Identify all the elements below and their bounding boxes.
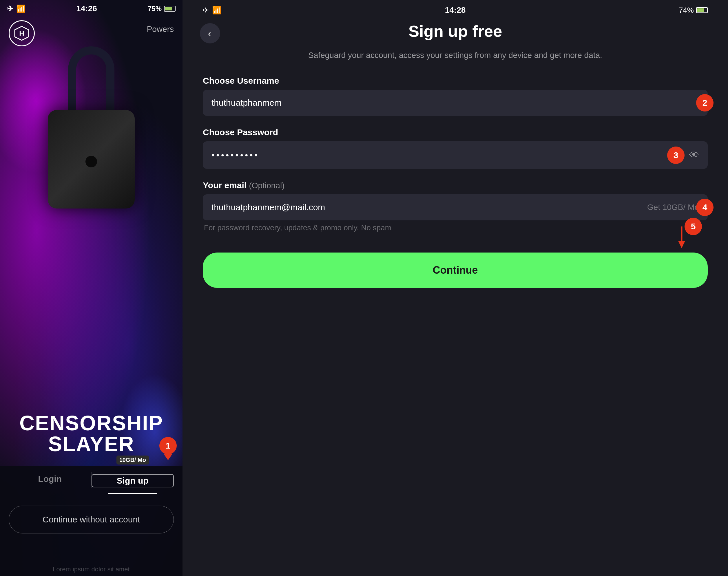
- time-left: 14:26: [76, 4, 97, 13]
- status-bar-left: ✈ 📶 14:26 75%: [0, 0, 183, 18]
- password-input-wrap[interactable]: •••••••••• 3 👁: [203, 141, 708, 169]
- lock-visual: [30, 46, 152, 208]
- eye-icon[interactable]: 👁: [689, 149, 699, 161]
- bottom-section: Login 10GB/ Mo Sign up 1 Continue withou…: [0, 466, 183, 576]
- time-right: 14:28: [445, 5, 466, 15]
- battery-icon-left: [164, 6, 175, 11]
- status-right-r: 74%: [679, 6, 708, 15]
- main-title: CENSORSHIP SLAYER: [0, 413, 183, 454]
- username-value: thuthuatphanmem: [212, 98, 699, 108]
- password-label: Choose Password: [203, 127, 708, 137]
- auth-tabs: Login 10GB/ Mo Sign up 1: [9, 466, 174, 494]
- email-hint: For password recovery, updates & promo o…: [203, 223, 708, 232]
- signup-form: Choose Username thuthuatphanmem 2 Choose…: [200, 76, 710, 576]
- lock-shackle: [68, 46, 114, 110]
- title-line2: SLAYER: [0, 434, 183, 454]
- arrow-1: [164, 454, 172, 460]
- battery-percent-left: 75%: [148, 5, 162, 13]
- signup-box: Sign up: [91, 474, 174, 487]
- password-field-group: Choose Password •••••••••• 3 👁: [203, 127, 708, 169]
- battery-percent-right: 74%: [679, 6, 694, 15]
- email-field-group: Your email (Optional) thuthuatphanmem@ma…: [203, 180, 708, 232]
- email-hint-right: Get 10GB/ Mo: [647, 203, 699, 212]
- status-icons-right: ✈ 📶: [203, 6, 221, 15]
- back-button[interactable]: ‹: [200, 23, 220, 44]
- wifi-icon: 📶: [16, 4, 26, 13]
- data-badge: 10GB/ Mo: [116, 456, 149, 464]
- form-subtitle: Safeguard your account, access your sett…: [200, 49, 710, 61]
- signup-tab[interactable]: 10GB/ Mo Sign up 1: [91, 466, 174, 494]
- continue-without-account-button[interactable]: Continue without account: [9, 506, 174, 534]
- wifi-icon-r: 📶: [212, 6, 221, 15]
- status-right-left: 75%: [148, 5, 175, 13]
- email-value: thuthuatphanmem@mail.com: [212, 202, 643, 212]
- svg-text:H: H: [19, 29, 24, 37]
- airplane-icon-r: ✈: [203, 6, 209, 15]
- password-value: ••••••••••: [212, 150, 683, 160]
- arrow-5-svg: [673, 227, 690, 250]
- username-input-wrap[interactable]: thuthuatphanmem 2: [203, 90, 708, 116]
- badge-1: 1: [159, 437, 177, 454]
- email-label: Your email (Optional): [203, 180, 708, 190]
- form-title: Sign up free: [220, 22, 690, 40]
- right-panel: ✈ 📶 14:28 74% ‹ Sign up free Safeguard y…: [183, 0, 728, 576]
- status-bar-right: ✈ 📶 14:28 74%: [200, 0, 710, 20]
- powers-link[interactable]: Powers: [147, 25, 174, 34]
- badge-4: 4: [696, 199, 713, 216]
- login-tab[interactable]: Login: [9, 466, 91, 494]
- title-line1: CENSORSHIP: [0, 413, 183, 434]
- email-label-text: Your email: [203, 180, 249, 190]
- continue-button[interactable]: Continue 5: [203, 253, 708, 288]
- back-arrow-icon: ‹: [208, 28, 211, 39]
- email-input-wrap[interactable]: thuthuatphanmem@mail.com 4 Get 10GB/ Mo: [203, 194, 708, 220]
- form-subtitle-wrap: Safeguard your account, access your sett…: [200, 49, 710, 61]
- form-title-wrap: Sign up free: [220, 22, 690, 45]
- battery-icon-right: [696, 7, 708, 13]
- status-icons-left: ✈ 📶: [7, 4, 26, 13]
- app-logo[interactable]: H: [9, 20, 35, 46]
- logo-svg: H: [13, 25, 30, 41]
- badge-3: 3: [667, 147, 684, 164]
- airplane-icon: ✈: [7, 4, 13, 13]
- username-field-group: Choose Username thuthuatphanmem 2: [203, 76, 708, 116]
- lock-body: [48, 110, 135, 208]
- username-label: Choose Username: [203, 76, 708, 86]
- small-text-bottom: Lorem ipsum dolor sit amet: [0, 566, 183, 576]
- badge-2: 2: [696, 94, 713, 112]
- email-optional-label: (Optional): [249, 181, 285, 190]
- form-header-row: ‹ Sign up free: [200, 20, 710, 46]
- svg-marker-3: [678, 241, 685, 248]
- left-panel: ✈ 📶 14:26 75% H Powers CENSORSHIP SLAYER: [0, 0, 183, 576]
- lock-keyhole: [85, 156, 97, 167]
